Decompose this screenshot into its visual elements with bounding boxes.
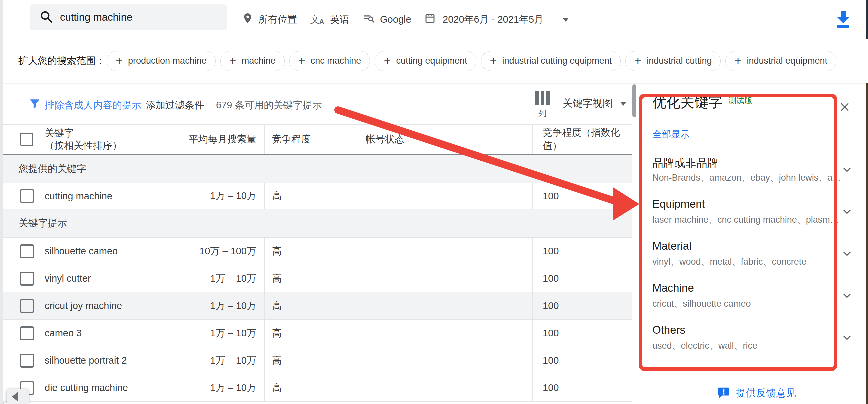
feedback-icon — [717, 386, 730, 400]
chevron-down-icon[interactable] — [841, 206, 853, 219]
refine-group-machine[interactable]: Machine cricut、silhouette cameo — [637, 274, 868, 316]
calendar-icon — [424, 12, 436, 27]
plus-icon: + — [384, 55, 391, 67]
row-checkbox[interactable] — [20, 189, 34, 203]
location-selector[interactable]: 所有位置 — [242, 0, 297, 39]
chip-cutting-equipment[interactable]: +cutting equipment — [375, 51, 476, 71]
competition-cell: 高 — [265, 320, 358, 347]
refine-group-others[interactable]: Others used、electric、wall、rice — [637, 316, 868, 358]
chip-industrial-equipment[interactable]: +industrial equipment — [725, 51, 836, 71]
keyword-cell: vinyl cutter — [45, 273, 91, 284]
competition-cell: 高 — [265, 183, 358, 209]
feedback-link[interactable]: 提供反馈意见 — [717, 386, 796, 400]
view-selector[interactable]: 关键字视图 — [563, 83, 627, 124]
view-label: 关键字视图 — [563, 97, 613, 110]
caret-down-icon — [562, 18, 569, 22]
panel-header: 优化关键字 测试版 全部显示 — [637, 83, 868, 148]
indexed-cell: 100 — [533, 238, 632, 265]
keyword-cell: die cutting machine — [45, 382, 128, 393]
table-row: die cutting machine 1万 – 10万 高 100 — [3, 374, 632, 402]
searches-cell: 1万 – 10万 — [131, 183, 265, 209]
group-values: vinyl、wood、metal、fabric、concrete — [652, 256, 806, 268]
row-checkbox[interactable] — [20, 299, 34, 313]
status-cell — [358, 183, 533, 209]
columns-button[interactable]: 列 — [531, 91, 554, 119]
col-keyword-sub: （按相关性排序） — [45, 139, 122, 152]
show-all-link[interactable]: 全部显示 — [652, 128, 690, 141]
date-range-label: 2020年6月 - 2021年5月 — [443, 13, 544, 26]
date-range-selector[interactable]: 2020年6月 - 2021年5月 — [424, 0, 569, 39]
close-panel-button[interactable] — [839, 101, 850, 114]
feedback-label: 提供反馈意见 — [736, 386, 796, 400]
table-row: cameo 3 1万 – 10万 高 100 — [3, 320, 632, 347]
language-selector[interactable]: 文A 英语 — [310, 0, 349, 39]
keyword-cell: cricut joy machine — [45, 300, 122, 311]
row-checkbox[interactable] — [20, 272, 34, 286]
chip-machine[interactable]: +machine — [220, 51, 285, 71]
row-checkbox[interactable] — [20, 354, 34, 368]
searches-cell: 1万 – 10万 — [131, 292, 265, 319]
table-row: silhouette portrait 2 1万 – 10万 高 100 — [3, 347, 632, 374]
indexed-cell: 100 — [533, 292, 632, 319]
columns-label: 列 — [531, 108, 554, 119]
searches-cell: 1万 – 10万 — [131, 347, 265, 374]
refine-group-equipment[interactable]: Equipment laser machine、cnc cutting mach… — [637, 190, 868, 232]
add-filter-button[interactable]: 添加过滤条件 — [146, 99, 204, 112]
download-button[interactable] — [834, 9, 852, 29]
select-all-checkbox[interactable] — [20, 133, 33, 146]
competition-cell: 高 — [265, 374, 358, 401]
chevron-down-icon[interactable] — [841, 332, 853, 345]
scroll-left-button[interactable] — [7, 389, 29, 404]
chip-list: +production machine +machine +cnc machin… — [107, 39, 836, 83]
chevron-left-icon — [12, 392, 18, 401]
keyword-cell: silhouette portrait 2 — [45, 355, 127, 366]
search-input[interactable]: cutting machine — [30, 4, 227, 30]
group-values: used、electric、wall、rice — [652, 340, 757, 352]
network-selector[interactable]: Google — [363, 0, 411, 39]
status-cell — [358, 265, 533, 292]
group-values: cricut、silhouette cameo — [652, 298, 751, 310]
searches-cell: 1万 – 10万 — [131, 320, 265, 347]
col-keyword: 关键字 — [45, 127, 122, 139]
refine-group-material[interactable]: Material vinyl、wood、metal、fabric、concret… — [637, 232, 868, 274]
beta-badge: 测试版 — [728, 95, 752, 106]
chip-industrial-cutting[interactable]: +industrial cutting — [625, 51, 721, 71]
refine-group-brand[interactable]: 品牌或非品牌 Non-Brands、amazon、ebay、john lewis… — [637, 148, 868, 190]
indexed-cell: 100 — [533, 320, 632, 347]
network-label: Google — [380, 14, 411, 25]
searches-cell: 1万 – 10万 — [131, 374, 265, 401]
competition-cell: 高 — [265, 238, 358, 265]
chip-cnc-machine[interactable]: +cnc machine — [289, 51, 370, 71]
indexed-cell: 100 — [533, 347, 632, 374]
vertical-scrollbar-thumb[interactable] — [632, 84, 636, 117]
keyword-cell: cutting machine — [45, 191, 112, 202]
table-row: vinyl cutter 1万 – 10万 高 100 — [3, 265, 632, 292]
chevron-down-icon[interactable] — [841, 290, 853, 303]
group-values: Non-Brands、amazon、ebay、john lewis、a… — [652, 172, 841, 184]
group-title: Equipment — [652, 198, 705, 210]
table-row: cutting machine 1万 – 10万 高 100 — [3, 183, 632, 209]
table-header-row: 关键字 （按相关性排序） 平均每月搜索量 竞争程度 帐号状态 竞争程度（指数化值… — [3, 124, 632, 155]
chip-production-machine[interactable]: +production machine — [107, 51, 216, 71]
competition-cell: 高 — [265, 292, 358, 319]
chip-industrial-cutting-equipment[interactable]: +industrial cutting equipment — [481, 51, 621, 71]
group-title: Others — [652, 324, 685, 336]
row-checkbox[interactable] — [20, 244, 34, 258]
plus-icon: + — [229, 55, 236, 67]
broaden-search-bar: 扩大您的搜索范围： +production machine +machine +… — [3, 39, 868, 83]
search-terms-icon — [363, 12, 375, 27]
exclude-adult-link[interactable]: 排除含成人内容的提示 — [45, 99, 141, 112]
chevron-down-icon[interactable] — [841, 164, 853, 177]
indexed-cell: 100 — [533, 265, 632, 292]
row-checkbox[interactable] — [20, 326, 34, 340]
col-competition: 竞争程度 — [265, 125, 358, 154]
group-title: Material — [652, 240, 691, 252]
broaden-label: 扩大您的搜索范围： — [18, 39, 105, 83]
chevron-down-icon[interactable] — [841, 248, 853, 261]
group-title: 品牌或非品牌 — [652, 156, 718, 171]
indexed-cell: 100 — [533, 183, 632, 209]
competition-cell: 高 — [265, 265, 358, 292]
panel-title: 优化关键字 — [652, 95, 722, 110]
refine-keywords-panel: 优化关键字 测试版 全部显示 品牌或非品牌 Non-Brands、amazon、… — [637, 83, 868, 404]
plus-icon: + — [116, 55, 123, 67]
